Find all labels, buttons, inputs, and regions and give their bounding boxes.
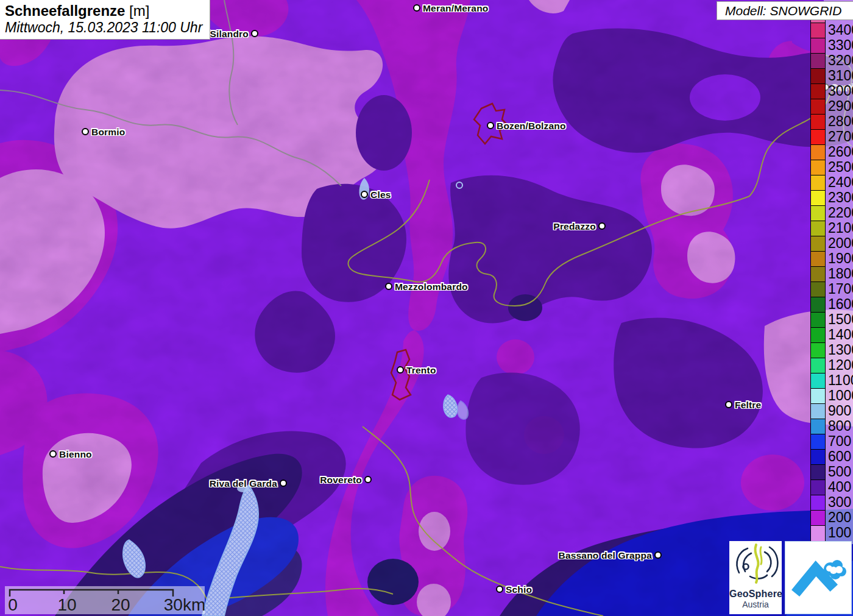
- city-dot: [397, 366, 404, 373]
- city-label: Feltre: [735, 400, 761, 411]
- snowfall-limit-map: Meran/Meranos/SilandroBormioBozen/Bolzan…: [0, 0, 853, 616]
- city-label: Meran/Merano: [423, 3, 488, 14]
- city-dot: [361, 191, 368, 198]
- legend-cell-2300: [811, 191, 825, 206]
- legend-cell-2100: [811, 221, 825, 236]
- avalanche-report-logo-box: [785, 541, 852, 614]
- legend-cell-2900: [811, 99, 825, 115]
- city-label: Trento: [406, 365, 436, 376]
- title-box: Schneefallgrenze [m] Mittwoch, 15.03.202…: [0, 0, 210, 40]
- title-unit: [m]: [129, 2, 149, 19]
- legend-cell-1900: [811, 252, 825, 267]
- legend-cell-100: [811, 526, 825, 541]
- legend-value-1500: 1500: [828, 312, 853, 327]
- city-dot: [49, 450, 57, 458]
- geosphere-logo-subtext: Austria: [729, 600, 782, 609]
- geosphere-logo-box: GeoSphere Austria: [729, 541, 782, 614]
- legend-value-2400: 2400: [828, 175, 853, 190]
- terrain-shading-overlay: [0, 0, 853, 616]
- legend-cell-600: [811, 450, 825, 465]
- city-label: Riva del Garda: [210, 478, 277, 489]
- legend-cell-200: [811, 511, 825, 526]
- scale-label-10: 10: [57, 595, 76, 615]
- legend-cell-900: [811, 404, 825, 419]
- legend-value-3200: 3200: [828, 53, 853, 68]
- legend-cell-1200: [811, 358, 825, 373]
- legend-value-800: 800: [828, 419, 853, 434]
- legend-colorbar: [810, 7, 826, 542]
- mountain-cloud-icon: [785, 542, 851, 614]
- legend-value-1200: 1200: [828, 358, 853, 373]
- title-datetime: Mittwoch, 15.03.2023 11:00 Uhr: [5, 19, 202, 35]
- scale-label-0: 0: [8, 595, 18, 615]
- legend-value-2000: 2000: [828, 236, 853, 251]
- legend-cell-1600: [811, 297, 825, 313]
- legend-cell-1500: [811, 313, 825, 328]
- city-dot: [364, 476, 372, 483]
- scale-label-20: 20: [111, 595, 130, 615]
- legend-value-2300: 2300: [828, 190, 853, 205]
- legend-cell-1700: [811, 282, 825, 297]
- legend-value-1100: 1100: [828, 373, 853, 388]
- city-label: Schio: [506, 584, 532, 595]
- city-label: Bormio: [91, 127, 125, 138]
- legend-cell-2200: [811, 206, 825, 221]
- legend-cell-1300: [811, 343, 825, 358]
- legend-cell-1800: [811, 267, 825, 282]
- legend-value-1600: 1600: [828, 297, 853, 312]
- city-label: Bozen/Bolzano: [497, 121, 566, 132]
- legend-cell-300: [811, 495, 825, 511]
- legend-value-3300: 3300: [828, 38, 853, 53]
- legend-value-400: 400: [828, 480, 853, 495]
- city-label: Cles: [370, 189, 391, 200]
- legend-value-2600: 2600: [828, 144, 853, 160]
- city-dot: [496, 586, 503, 593]
- legend-value-900: 900: [828, 403, 853, 419]
- legend-cell-800: [811, 419, 825, 434]
- city-dot: [280, 480, 287, 487]
- map-canvas: [0, 0, 853, 616]
- legend-cell-2700: [811, 130, 825, 145]
- legend-value-2500: 2500: [828, 160, 853, 175]
- legend-cell-400: [811, 480, 825, 495]
- legend-cell-3300: [811, 38, 825, 54]
- legend-cell-2400: [811, 175, 825, 191]
- map-title: Schneefallgrenze [m]: [5, 2, 202, 19]
- city-dot: [251, 30, 258, 37]
- legend-value-500: 500: [828, 464, 853, 480]
- legend-labels: 3500340033003200310030002900280027002600…: [828, 7, 853, 540]
- city-dot: [82, 128, 89, 135]
- city-label: Mezzolombardo: [395, 281, 468, 292]
- legend-value-2800: 2800: [828, 114, 853, 129]
- legend-value-1300: 1300: [828, 342, 853, 358]
- legend-cell-500: [811, 465, 825, 480]
- geosphere-swirl-icon: [729, 541, 782, 585]
- legend-value-2900: 2900: [828, 99, 853, 114]
- city-label: Bienno: [59, 449, 92, 460]
- legend-cell-3100: [811, 69, 825, 84]
- legend-cell-700: [811, 434, 825, 450]
- city-dot: [654, 551, 662, 559]
- legend-value-1700: 1700: [828, 281, 853, 297]
- city-label: Predazzo: [553, 221, 596, 232]
- legend-value-1800: 1800: [828, 266, 853, 281]
- legend-cell-1400: [811, 328, 825, 343]
- city-dot: [385, 283, 392, 290]
- legend-value-1900: 1900: [828, 251, 853, 266]
- legend-value-3100: 3100: [828, 68, 853, 83]
- legend-cell-3400: [811, 23, 825, 38]
- legend-cell-3200: [811, 54, 825, 69]
- legend-cell-1000: [811, 389, 825, 404]
- scale-bar: 0 10 20 30km: [5, 586, 205, 614]
- city-label: Rovereto: [320, 475, 362, 486]
- title-parameter: Schneefallgrenze: [5, 2, 125, 19]
- legend-value-700: 700: [828, 434, 853, 449]
- legend-cell-2600: [811, 145, 825, 160]
- legend-value-3400: 3400: [828, 23, 853, 38]
- legend-cell-2800: [811, 115, 825, 130]
- legend-value-1400: 1400: [828, 327, 853, 342]
- legend-value-100: 100: [828, 525, 853, 540]
- city-dot: [598, 222, 606, 230]
- legend-value-2100: 2100: [828, 221, 853, 236]
- legend-value-200: 200: [828, 510, 853, 525]
